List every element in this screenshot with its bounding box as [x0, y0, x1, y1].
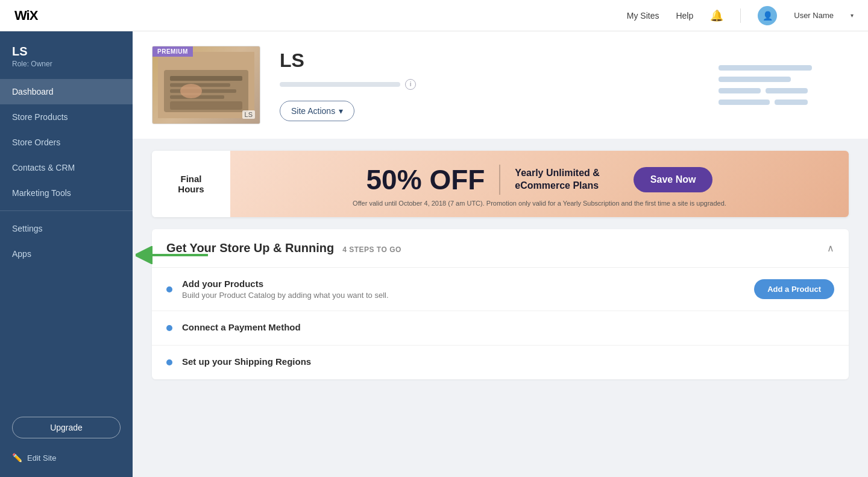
promo-fine-print: Offer valid until October 4, 2018 (7 am …	[353, 200, 726, 207]
steps-header: Get Your Store Up & Running 4 STEPS TO G…	[152, 229, 849, 268]
site-actions-button[interactable]: Site Actions ▾	[280, 101, 354, 121]
step-item-3: Set up your Shipping Regions	[152, 346, 849, 379]
step-name-2: Connect a Payment Method	[182, 322, 834, 332]
step-dot-2	[166, 325, 172, 331]
promo-desc-line2: eCommerce Plans	[515, 180, 600, 192]
notification-icon[interactable]: 🔔	[710, 9, 723, 22]
step-name-3: Set up your Shipping Regions	[182, 356, 834, 367]
step-dot-3	[166, 359, 172, 365]
edit-icon: ✏️	[12, 453, 22, 463]
avatar[interactable]: 👤	[758, 6, 777, 25]
stat-bar-2	[719, 77, 791, 82]
wix-logo: WiX	[14, 8, 37, 24]
site-url-bar	[280, 82, 400, 87]
site-header: PREMIUM LS	[133, 31, 868, 139]
sidebar-bottom: Upgrade ✏️ Edit Site	[0, 417, 133, 467]
promo-banner: Final Hours 50% OFF Yearly Unlimited & e…	[152, 151, 849, 217]
promo-description: Yearly Unlimited & eCommerce Plans	[515, 167, 600, 192]
site-right-stats	[719, 65, 839, 105]
step-item-2: Connect a Payment Method	[152, 311, 849, 346]
sidebar-item-dashboard[interactable]: Dashboard	[0, 79, 133, 104]
stat-bar-3b	[766, 88, 808, 93]
add-product-button[interactable]: Add a Product	[754, 279, 834, 299]
sidebar-divider	[0, 210, 133, 211]
top-nav: WiX My Sites Help 🔔 👤 User Name ▾	[0, 0, 868, 31]
promo-vertical-divider	[499, 165, 500, 195]
chevron-down-icon: ▾	[339, 106, 343, 116]
nav-divider	[740, 8, 741, 23]
promo-main: 50% OFF Yearly Unlimited & eCommerce Pla…	[230, 151, 849, 217]
step-text-1: Add your Products Build your Product Cat…	[182, 279, 744, 300]
stat-bar-3a	[719, 88, 761, 93]
sidebar-item-contacts-crm[interactable]: Contacts & CRM	[0, 155, 133, 180]
sidebar-nav: Dashboard Store Products Store Orders Co…	[0, 79, 133, 417]
promo-final-label: Final	[180, 174, 201, 184]
thumbnail-label: LS	[242, 110, 255, 119]
stat-bar-4b	[775, 100, 808, 105]
promo-desc-line1: Yearly Unlimited &	[515, 167, 600, 180]
stat-bar-4a	[719, 100, 770, 105]
sidebar-item-store-products[interactable]: Store Products	[0, 104, 133, 130]
chevron-down-icon[interactable]: ▾	[851, 12, 854, 19]
info-icon[interactable]: i	[405, 79, 416, 90]
stat-bar-row-2	[719, 100, 839, 105]
premium-badge: PREMIUM	[153, 46, 193, 57]
steps-collapse-icon[interactable]: ∧	[827, 242, 834, 254]
sidebar-item-store-orders[interactable]: Store Orders	[0, 130, 133, 155]
sidebar-item-apps[interactable]: Apps	[0, 241, 133, 267]
stat-bar-1	[719, 65, 812, 71]
upgrade-button[interactable]: Upgrade	[12, 417, 121, 438]
site-url-row: i	[280, 79, 699, 90]
promo-top-row: 50% OFF Yearly Unlimited & eCommerce Pla…	[366, 165, 713, 195]
step-desc-1: Build your Product Catalog by adding wha…	[182, 291, 744, 300]
promo-hours-label: Hours	[178, 184, 204, 194]
promo-discount: 50% OFF	[366, 166, 485, 194]
svg-rect-7	[170, 101, 242, 110]
step-name-1: Add your Products	[182, 279, 744, 289]
svg-point-8	[180, 84, 202, 98]
svg-rect-4	[170, 83, 230, 87]
site-thumbnail: PREMIUM LS	[152, 46, 260, 124]
step-dot-1	[166, 286, 172, 292]
steps-section: Get Your Store Up & Running 4 STEPS TO G…	[152, 229, 849, 379]
edit-site-label: Edit Site	[27, 453, 56, 463]
step-text-3: Set up your Shipping Regions	[182, 356, 834, 368]
svg-rect-5	[170, 89, 236, 93]
svg-rect-3	[170, 76, 242, 81]
steps-count: 4 STEPS TO GO	[342, 245, 401, 254]
main-layout: LS Role: Owner Dashboard Store Products …	[0, 31, 868, 477]
sidebar-user-info: LS Role: Owner	[0, 31, 133, 79]
top-nav-right: My Sites Help 🔔 👤 User Name ▾	[627, 6, 854, 25]
my-sites-link[interactable]: My Sites	[627, 11, 659, 21]
sidebar-item-marketing-tools[interactable]: Marketing Tools	[0, 180, 133, 206]
sidebar-item-settings[interactable]: Settings	[0, 216, 133, 241]
sidebar-user-role: Role: Owner	[12, 60, 121, 68]
stat-bar-row	[719, 88, 839, 93]
sidebar: LS Role: Owner Dashboard Store Products …	[0, 31, 133, 477]
site-info: LS i Site Actions ▾	[280, 49, 699, 121]
thumbnail-svg	[158, 52, 254, 118]
site-name: LS	[280, 49, 699, 72]
save-now-button[interactable]: Save Now	[634, 167, 713, 192]
help-link[interactable]: Help	[676, 11, 693, 21]
main-content: PREMIUM LS	[133, 31, 868, 477]
user-name[interactable]: User Name	[794, 11, 834, 20]
settings-arrow	[136, 246, 214, 264]
sidebar-user-name: LS	[12, 45, 121, 58]
step-item-1: Add your Products Build your Product Cat…	[152, 268, 849, 311]
step-text-2: Connect a Payment Method	[182, 322, 834, 334]
edit-site-row[interactable]: ✏️ Edit Site	[12, 448, 121, 467]
promo-left: Final Hours	[152, 151, 230, 217]
